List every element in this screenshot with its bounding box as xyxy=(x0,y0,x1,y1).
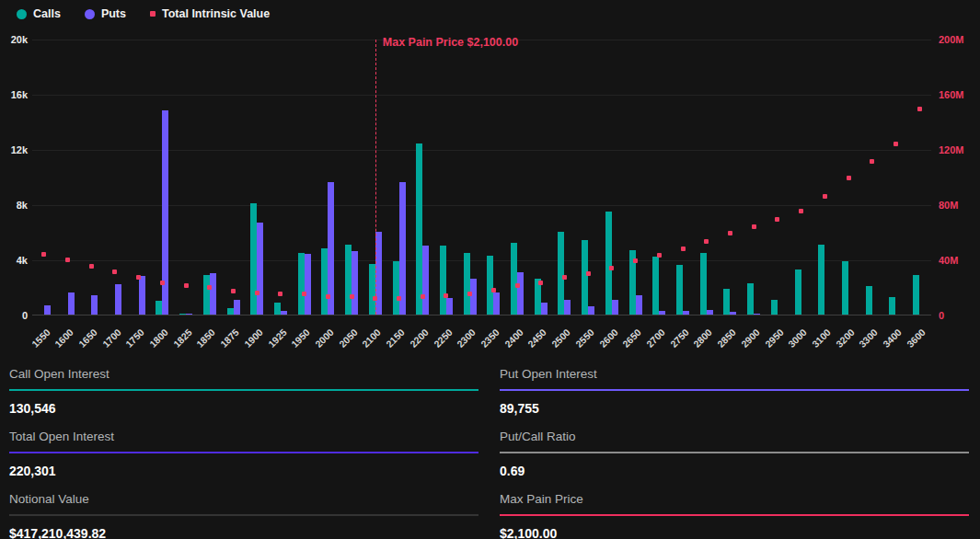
chart-bar-group[interactable] xyxy=(647,40,671,315)
intrinsic-dot[interactable] xyxy=(562,275,567,280)
puts-bar[interactable] xyxy=(91,295,98,315)
puts-bar[interactable] xyxy=(541,303,548,315)
calls-bar[interactable] xyxy=(250,203,257,315)
intrinsic-dot[interactable] xyxy=(255,291,259,295)
puts-bar[interactable] xyxy=(493,292,500,315)
puts-bar[interactable] xyxy=(68,292,75,315)
puts-bar[interactable] xyxy=(234,300,240,315)
intrinsic-dot[interactable] xyxy=(917,107,922,111)
calls-bar[interactable] xyxy=(700,253,707,315)
chart-bar-group[interactable] xyxy=(317,40,340,315)
chart-bar-group[interactable] xyxy=(600,40,624,315)
puts-bar[interactable] xyxy=(210,273,216,315)
calls-bar[interactable] xyxy=(866,286,872,315)
puts-bar[interactable] xyxy=(399,182,406,315)
puts-bar[interactable] xyxy=(612,300,618,315)
calls-bar[interactable] xyxy=(747,283,754,315)
puts-bar[interactable] xyxy=(470,279,477,315)
puts-bar[interactable] xyxy=(375,232,382,315)
puts-bar[interactable] xyxy=(707,310,713,315)
intrinsic-dot[interactable] xyxy=(231,289,236,293)
chart-bar-group[interactable] xyxy=(174,40,198,315)
puts-bar[interactable] xyxy=(139,276,145,315)
calls-bar[interactable] xyxy=(393,261,399,315)
calls-bar[interactable] xyxy=(179,314,186,315)
intrinsic-dot[interactable] xyxy=(609,266,614,270)
chart-bar-group[interactable] xyxy=(222,40,246,315)
intrinsic-dot[interactable] xyxy=(728,231,732,235)
chart-bar-group[interactable] xyxy=(790,40,813,315)
intrinsic-dot[interactable] xyxy=(752,224,756,229)
legend-item-puts[interactable]: Puts xyxy=(85,7,126,20)
legend-item-intrinsic[interactable]: Total Intrinsic Value xyxy=(150,7,270,20)
intrinsic-dot[interactable] xyxy=(633,258,638,263)
puts-bar[interactable] xyxy=(446,298,453,315)
intrinsic-dot[interactable] xyxy=(136,275,141,280)
intrinsic-dot[interactable] xyxy=(350,294,354,299)
calls-bar[interactable] xyxy=(440,246,446,315)
chart-bar-group[interactable] xyxy=(32,40,56,315)
intrinsic-dot[interactable] xyxy=(870,159,874,164)
puts-bar[interactable] xyxy=(281,311,287,315)
intrinsic-dot[interactable] xyxy=(65,258,70,262)
calls-bar[interactable] xyxy=(652,257,659,315)
chart-bar-group[interactable] xyxy=(482,40,506,315)
calls-bar[interactable] xyxy=(369,264,375,315)
intrinsic-dot[interactable] xyxy=(160,281,165,285)
calls-bar[interactable] xyxy=(345,245,352,315)
calls-bar[interactable] xyxy=(321,248,328,315)
intrinsic-dot[interactable] xyxy=(681,247,686,251)
intrinsic-dot[interactable] xyxy=(278,292,282,296)
puts-bar[interactable] xyxy=(305,254,311,315)
calls-bar[interactable] xyxy=(203,275,210,315)
chart-bar-group[interactable] xyxy=(553,40,577,315)
chart-bar-group[interactable] xyxy=(127,40,151,315)
puts-bar[interactable] xyxy=(257,223,263,315)
chart-bar-group[interactable] xyxy=(576,40,600,315)
intrinsic-dot[interactable] xyxy=(799,209,803,213)
chart-bar-group[interactable] xyxy=(836,40,860,315)
chart-bar-group[interactable] xyxy=(269,40,293,315)
intrinsic-dot[interactable] xyxy=(421,294,425,299)
calls-bar[interactable] xyxy=(818,245,824,315)
chart-bar-group[interactable] xyxy=(719,40,743,315)
chart-bar-group[interactable] xyxy=(529,40,553,315)
chart-bar-group[interactable] xyxy=(860,40,884,315)
calls-bar[interactable] xyxy=(676,265,683,315)
chart-bar-group[interactable] xyxy=(245,40,269,315)
puts-bar[interactable] xyxy=(659,311,665,315)
calls-bar[interactable] xyxy=(582,240,588,315)
intrinsic-dot[interactable] xyxy=(89,264,94,269)
calls-bar[interactable] xyxy=(156,301,162,315)
intrinsic-dot[interactable] xyxy=(491,288,496,292)
calls-bar[interactable] xyxy=(605,212,612,315)
legend-item-calls[interactable]: Calls xyxy=(17,7,61,20)
calls-bar[interactable] xyxy=(464,253,470,315)
calls-bar[interactable] xyxy=(889,297,895,315)
chart-bar-group[interactable] xyxy=(79,40,103,315)
chart-bar-group[interactable] xyxy=(884,40,908,315)
puts-bar[interactable] xyxy=(636,295,642,315)
chart-bar-group[interactable] xyxy=(340,40,363,315)
calls-bar[interactable] xyxy=(298,253,305,315)
puts-bar[interactable] xyxy=(730,312,736,315)
chart-bar-group[interactable] xyxy=(198,40,222,315)
intrinsic-dot[interactable] xyxy=(207,285,212,290)
chart-bar-group[interactable] xyxy=(387,40,411,315)
calls-bar[interactable] xyxy=(227,308,234,315)
puts-bar[interactable] xyxy=(564,300,571,315)
calls-bar[interactable] xyxy=(487,256,493,315)
puts-bar[interactable] xyxy=(683,311,689,315)
chart-bar-group[interactable] xyxy=(293,40,317,315)
intrinsic-dot[interactable] xyxy=(538,281,543,285)
calls-bar[interactable] xyxy=(842,261,848,315)
calls-bar[interactable] xyxy=(558,232,564,315)
puts-bar[interactable] xyxy=(186,314,192,315)
puts-bar[interactable] xyxy=(352,251,358,315)
intrinsic-dot[interactable] xyxy=(467,292,472,296)
intrinsic-dot[interactable] xyxy=(302,292,306,296)
chart-bar-group[interactable] xyxy=(56,40,80,315)
chart-bar-group[interactable] xyxy=(766,40,790,315)
puts-bar[interactable] xyxy=(517,272,524,315)
calls-bar[interactable] xyxy=(723,289,730,315)
